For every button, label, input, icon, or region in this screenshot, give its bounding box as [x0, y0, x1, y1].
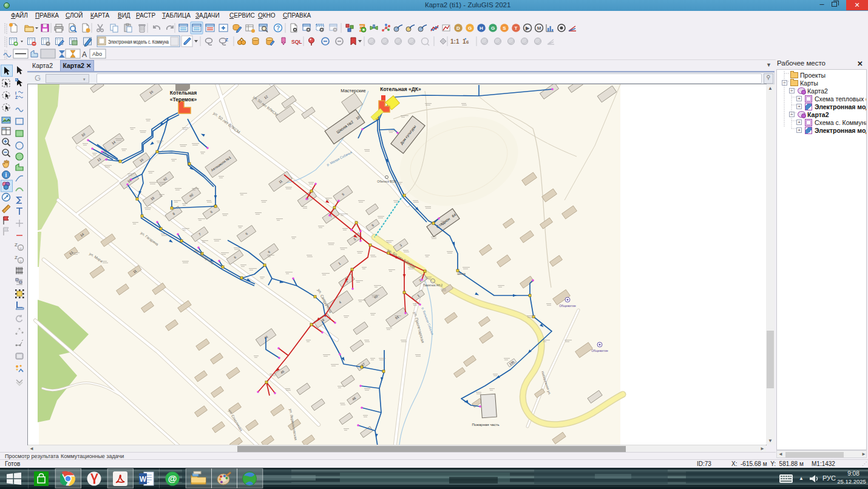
svg-text:48: 48: [351, 396, 356, 401]
svg-text:ул. Мира: ул. Мира: [89, 252, 104, 263]
svg-text:46: 46: [263, 335, 268, 340]
svg-text:8: 8: [172, 212, 175, 216]
svg-text:I: I: [15, 91, 16, 95]
svg-text:62: 62: [163, 177, 168, 181]
svg-text:Общежитие: Общежитие: [559, 304, 576, 308]
svg-text:G: G: [491, 25, 495, 31]
svg-text:2: 2: [345, 279, 348, 283]
svg-text:64: 64: [451, 212, 456, 218]
svg-text:Школа №2: Школа №2: [336, 120, 354, 134]
svg-text:?: ?: [276, 25, 280, 32]
svg-text:Z: Z: [15, 95, 18, 99]
svg-text:5: 5: [341, 192, 345, 197]
svg-text:ул. Соколиная: ул. Соколиная: [228, 409, 243, 432]
svg-text:9: 9: [305, 197, 309, 201]
svg-text:Z: Z: [15, 242, 18, 248]
svg-text:10: 10: [81, 132, 86, 137]
svg-text:47: 47: [361, 362, 365, 367]
svg-text:ул. 50 лет ВЛКСМ: ул. 50 лет ВЛКСМ: [386, 248, 416, 269]
svg-text:Памятник АН-2: Памятник АН-2: [423, 284, 442, 287]
svg-text:@: @: [168, 473, 177, 484]
svg-text:S: S: [503, 25, 506, 31]
svg-text:G: G: [468, 25, 472, 31]
svg-text:Пожарная часть: Пожарная часть: [472, 423, 499, 427]
svg-text:ул. Гагарина: ул. Гагарина: [140, 231, 159, 247]
svg-text:Набережная ул.: Набережная ул.: [541, 371, 552, 396]
svg-text:45: 45: [280, 369, 285, 374]
svg-text:13: 13: [97, 157, 101, 162]
svg-text:ул. Лермонтовская: ул. Лермонтовская: [288, 408, 297, 440]
svg-text:12: 12: [263, 95, 268, 99]
svg-text:3: 3: [399, 243, 402, 248]
svg-text:A: A: [82, 50, 87, 59]
svg-text:i: i: [5, 172, 7, 178]
svg-text:Обелиск ВОВ: Обелиск ВОВ: [377, 180, 396, 183]
svg-text:7: 7: [329, 214, 333, 218]
svg-text:1:1: 1:1: [450, 38, 459, 45]
svg-text:11: 11: [278, 179, 283, 184]
svg-text:1: 1: [337, 261, 341, 266]
svg-text:51: 51: [395, 315, 399, 320]
svg-text:18: 18: [127, 178, 132, 183]
svg-text:р. Малая Собачья: р. Малая Собачья: [326, 150, 353, 167]
svg-text:Автошкола №1: Автошкола №1: [210, 155, 231, 172]
svg-text:16: 16: [149, 90, 154, 95]
svg-text:ул. Свердлова: ул. Свердлова: [316, 288, 333, 314]
svg-text:W: W: [140, 475, 147, 484]
svg-text:Котельная: Котельная: [170, 90, 197, 96]
svg-text:o: o: [19, 259, 22, 263]
svg-text:Стадион: Стадион: [435, 216, 451, 229]
svg-text:14: 14: [111, 140, 116, 145]
svg-text:ул. Гагарина: ул. Гагарина: [194, 248, 215, 266]
svg-text:Школа: Школа: [457, 272, 466, 275]
svg-text:D: D: [456, 25, 460, 31]
svg-text:Дом культуры: Дом культуры: [399, 124, 416, 145]
svg-text:195: 195: [509, 360, 515, 366]
svg-text:▶: ▶: [525, 25, 530, 31]
svg-text:60: 60: [373, 294, 378, 299]
svg-text:18: 18: [320, 318, 325, 323]
svg-text:H: H: [480, 25, 483, 31]
svg-text:11: 11: [132, 269, 137, 274]
svg-text:Z: Z: [15, 255, 18, 260]
svg-text:Мастерские: Мастерские: [341, 88, 365, 93]
svg-text:Abo: Abo: [92, 51, 102, 57]
svg-text:1: 1: [416, 294, 420, 298]
svg-text:«Теремок»: «Теремок»: [170, 96, 197, 103]
svg-text:Общежитие: Общежитие: [591, 349, 608, 352]
svg-text:14: 14: [80, 232, 84, 237]
svg-text:Z: Z: [225, 37, 228, 42]
svg-text:6: 6: [245, 232, 248, 236]
svg-text:10: 10: [355, 115, 361, 121]
svg-text:M: M: [537, 25, 541, 31]
svg-text:ул. Пролетарская: ул. Пролетарская: [412, 311, 426, 344]
svg-text:16: 16: [139, 158, 144, 163]
svg-text:2: 2: [418, 278, 422, 283]
svg-text:ул. 50 лет ВЛКСМ: ул. 50 лет ВЛКСМ: [253, 95, 279, 116]
svg-text:6: 6: [209, 210, 213, 214]
svg-text:o: o: [19, 246, 22, 250]
svg-text:5: 5: [371, 223, 375, 228]
svg-text:Электронная модель с. Коммуна: Электронная модель с. Коммуна: [108, 39, 169, 45]
svg-text:6: 6: [267, 250, 271, 254]
svg-text:7: 7: [198, 232, 202, 237]
svg-text:T: T: [515, 25, 518, 31]
svg-text:6: 6: [233, 255, 237, 260]
svg-text:15: 15: [150, 196, 155, 201]
svg-text:13: 13: [69, 251, 73, 255]
svg-text:60: 60: [189, 193, 194, 198]
svg-text:Котельная «ДК»: Котельная «ДК»: [380, 86, 421, 92]
svg-text:SQL: SQL: [291, 39, 302, 45]
svg-text:ул. 50 лет ВЛКСМ: ул. 50 лет ВЛКСМ: [212, 111, 241, 135]
svg-text:3: 3: [353, 237, 356, 241]
svg-text:р. Большая Собачья: р. Большая Собачья: [421, 307, 435, 336]
svg-text:4: 4: [338, 300, 342, 305]
svg-text:6: 6: [466, 39, 469, 45]
